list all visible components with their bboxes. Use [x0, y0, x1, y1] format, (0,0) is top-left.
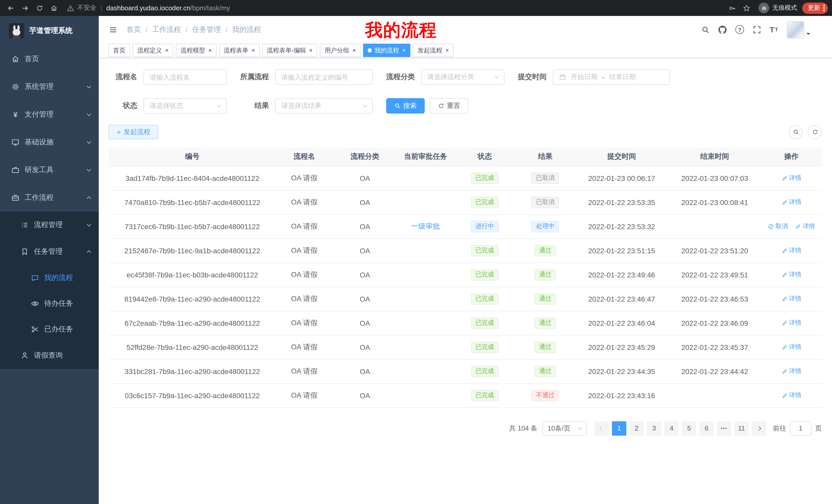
- refresh-table-button[interactable]: [808, 125, 822, 139]
- detail-link[interactable]: 详情: [781, 174, 801, 183]
- page-button-1[interactable]: 1: [612, 421, 626, 436]
- sidebar: 芋道管理系统 首页 系统管理 ¥ 支付管理 基础设施 研发工具: [0, 16, 99, 504]
- filter-status: 状态 请选择状态: [108, 98, 227, 114]
- search-icon[interactable]: [701, 25, 709, 34]
- sidebar-item-process-management[interactable]: 流程管理: [0, 212, 99, 239]
- result-badge: 处理中: [531, 221, 559, 232]
- refresh-icon: [438, 103, 444, 109]
- toggle-search-button[interactable]: [789, 125, 803, 139]
- bookmark-star-icon[interactable]: [740, 1, 753, 15]
- page-button-11[interactable]: 11: [734, 421, 749, 436]
- jump-page-input[interactable]: [790, 421, 811, 436]
- tab-start-process[interactable]: 发起流程×: [413, 44, 453, 57]
- page-button-3[interactable]: 3: [647, 421, 661, 436]
- sidebar-item-payment[interactable]: ¥ 支付管理: [0, 101, 99, 129]
- browser-forward-icon[interactable]: [19, 1, 32, 15]
- date-range-picker[interactable]: 开始日期 - 结束日期: [553, 69, 670, 85]
- page-button-2[interactable]: 2: [629, 421, 644, 436]
- incognito-badge[interactable]: 无痕模式: [758, 3, 797, 13]
- sidebar-item-devtools[interactable]: 研发工具: [0, 156, 99, 184]
- tab-process-form[interactable]: 流程表单×: [219, 44, 260, 57]
- page-size-select[interactable]: 10条/页: [543, 421, 587, 436]
- prev-page-button[interactable]: [594, 421, 609, 436]
- breadcrumb-home[interactable]: 首页: [127, 25, 141, 34]
- tab-process-form-edit[interactable]: 流程表单-编辑×: [262, 44, 317, 57]
- close-icon[interactable]: ×: [252, 47, 255, 53]
- tab-process-definition[interactable]: 流程定义×: [133, 44, 173, 57]
- sidebar-item-home[interactable]: 首页: [0, 45, 99, 73]
- detail-link[interactable]: 详情: [795, 222, 815, 231]
- current-task-link[interactable]: 一级审批: [411, 222, 440, 230]
- user-avatar[interactable]: [787, 21, 810, 38]
- font-size-icon[interactable]: TT: [770, 26, 778, 33]
- tab-user-group[interactable]: 用户分组×: [320, 44, 361, 57]
- sidebar-item-system[interactable]: 系统管理: [0, 73, 99, 101]
- app-logo[interactable]: 芋道管理系统: [0, 16, 99, 45]
- filter-row-2: 状态 请选择状态 结果 请选择流结果 搜索 重置: [108, 98, 822, 114]
- breadcrumb-workflow[interactable]: 工作流程: [152, 25, 181, 34]
- tab-process-model[interactable]: 流程模型×: [176, 44, 216, 57]
- search-button[interactable]: 搜索: [386, 98, 425, 114]
- page-button-4[interactable]: 4: [665, 421, 679, 436]
- page-button-5[interactable]: 5: [682, 421, 696, 436]
- edit-icon: [781, 393, 787, 399]
- sidebar-item-workflow[interactable]: 工作流程: [0, 184, 99, 212]
- help-icon[interactable]: ?: [735, 25, 744, 34]
- status-badge: 已完成: [471, 245, 498, 256]
- close-icon[interactable]: ×: [208, 47, 212, 53]
- reset-button[interactable]: 重置: [430, 98, 468, 114]
- cancel-link[interactable]: 取消: [768, 222, 788, 231]
- detail-link[interactable]: 详情: [781, 391, 801, 400]
- detail-link[interactable]: 详情: [781, 343, 801, 352]
- start-process-button[interactable]: +发起流程: [108, 125, 158, 139]
- chevron-down-icon: [363, 103, 367, 107]
- result-select[interactable]: 请选择流结果: [275, 98, 373, 114]
- more-pages-button[interactable]: •••: [717, 421, 731, 436]
- bookmark-icon: [21, 248, 29, 256]
- breadcrumb-task-management[interactable]: 任务管理: [192, 25, 221, 34]
- result-badge: 已取消: [531, 197, 559, 208]
- navbar-tools: ? TT: [701, 21, 824, 38]
- browser-menu-icon: [823, 5, 825, 11]
- detail-link[interactable]: 详情: [781, 271, 801, 279]
- table-toolbar: +发起流程: [108, 125, 822, 139]
- detail-link[interactable]: 详情: [781, 319, 801, 328]
- detail-link[interactable]: 详情: [781, 246, 801, 255]
- result-badge: 通过: [535, 366, 556, 377]
- category-select[interactable]: 请选择流程分类: [421, 69, 504, 85]
- address-bar[interactable]: 不安全 | dashboard.yudao.iocoder.cn/bpm/tas…: [67, 2, 719, 14]
- close-icon[interactable]: ×: [309, 47, 313, 53]
- browser-home-icon[interactable]: [47, 1, 61, 15]
- detail-link[interactable]: 详情: [781, 198, 801, 207]
- close-icon[interactable]: ×: [402, 47, 406, 53]
- sidebar-item-todo-tasks[interactable]: 待办任务: [0, 291, 99, 316]
- sidebar-toggle-icon[interactable]: [107, 23, 119, 36]
- chevron-right-icon: [757, 426, 761, 430]
- process-name-input[interactable]: [144, 69, 227, 85]
- detail-link[interactable]: 详情: [781, 295, 801, 303]
- submit-time-label: 提交时间: [518, 73, 547, 82]
- process-definition-input[interactable]: [275, 69, 373, 85]
- close-icon[interactable]: ×: [165, 47, 169, 53]
- sidebar-item-infrastructure[interactable]: 基础设施: [0, 129, 99, 156]
- github-icon[interactable]: [718, 25, 726, 34]
- detail-link[interactable]: 详情: [781, 367, 801, 376]
- sidebar-item-leave-query[interactable]: 请假查询: [0, 342, 99, 369]
- chevron-down-icon: [87, 222, 91, 227]
- browser-back-icon[interactable]: [4, 1, 18, 15]
- browser-update-button[interactable]: 更新: [802, 2, 828, 13]
- fullscreen-icon[interactable]: [753, 25, 761, 34]
- close-icon[interactable]: ×: [352, 47, 356, 53]
- browser-reload-icon[interactable]: [33, 1, 46, 15]
- page-button-6[interactable]: 6: [699, 421, 714, 436]
- sidebar-item-my-process[interactable]: 我的流程: [0, 265, 99, 291]
- sidebar-item-done-tasks[interactable]: 已办任务: [0, 316, 99, 342]
- tab-home[interactable]: 首页: [108, 44, 130, 57]
- status-select[interactable]: 请选择状态: [144, 98, 227, 114]
- password-key-icon[interactable]: [726, 1, 739, 15]
- sidebar-item-task-management[interactable]: 任务管理: [0, 239, 99, 265]
- eye-icon: [31, 300, 39, 308]
- next-page-button[interactable]: [752, 421, 766, 436]
- tab-my-process[interactable]: 我的流程×: [363, 44, 410, 57]
- close-icon[interactable]: ×: [445, 47, 449, 53]
